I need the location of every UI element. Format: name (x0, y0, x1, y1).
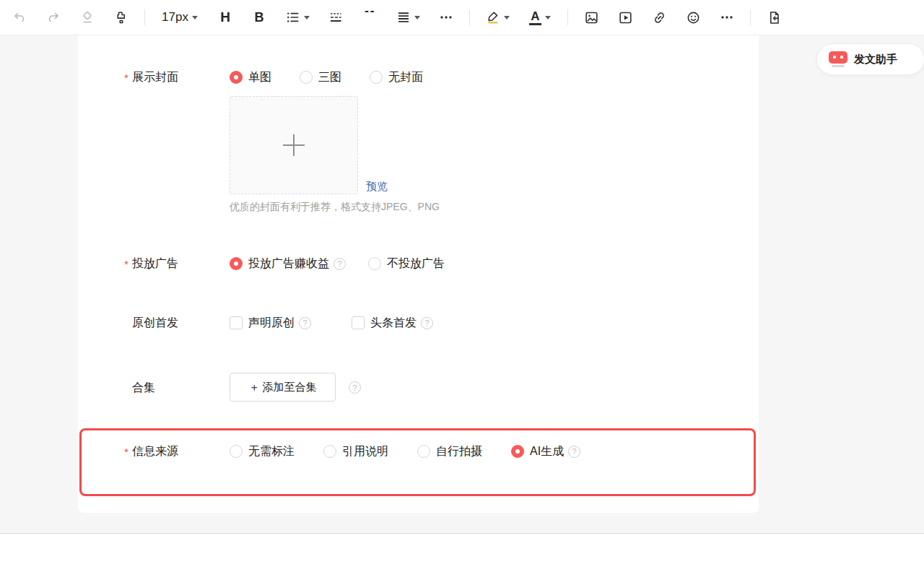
ad-option-earn[interactable]: 投放广告赚收益 ? (230, 256, 346, 271)
insert-image-button[interactable] (580, 6, 602, 28)
source-options: 无需标注 引用说明 自行拍摄 AI生成 ? (230, 444, 580, 459)
help-icon[interactable]: ? (349, 381, 361, 394)
source-option-none[interactable]: 无需标注 (230, 444, 295, 459)
source-option-self-shot[interactable]: 自行拍摄 (417, 444, 482, 459)
import-document-button[interactable] (763, 6, 785, 28)
redo-icon (46, 10, 61, 25)
ad-option-no-ad[interactable]: 不投放广告 (368, 256, 445, 271)
ad-label: 投放广告 (132, 256, 178, 271)
radio-icon[interactable] (417, 445, 430, 458)
bullet-list-icon (286, 10, 300, 25)
help-icon[interactable]: ? (568, 446, 580, 458)
cover-option-triple[interactable]: 三图 (300, 70, 341, 84)
cover-upload-box[interactable] (230, 96, 358, 194)
original-row: 原创首发 声明原创 ? 头条首发 ? (78, 316, 759, 330)
source-option-citation[interactable]: 引用说明 (323, 444, 388, 459)
radio-selected-icon[interactable] (511, 445, 524, 458)
emoji-icon (686, 10, 701, 25)
font-size-value: 17px (162, 6, 188, 28)
toolbar-divider (567, 9, 568, 25)
original-label: 原创首发 (132, 316, 178, 330)
align-dropdown[interactable] (393, 6, 423, 28)
chevron-down-icon (504, 16, 510, 20)
more-format-button[interactable] (435, 6, 457, 28)
cover-preview-link[interactable]: 预览 (366, 180, 388, 194)
source-option-label[interactable]: AI生成 (530, 444, 564, 459)
help-icon[interactable]: ? (299, 317, 311, 329)
bold-button[interactable]: B (248, 6, 270, 28)
radio-icon[interactable] (323, 445, 336, 458)
list-dropdown[interactable] (282, 6, 313, 28)
chevron-down-icon (192, 16, 198, 20)
cover-label: 展示封面 (132, 70, 178, 84)
heading-icon: H (220, 6, 230, 28)
video-icon (618, 10, 633, 25)
source-option-ai-generated[interactable]: AI生成 ? (511, 444, 580, 459)
redo-button[interactable] (43, 6, 64, 28)
source-highlight-border (79, 428, 756, 496)
radio-selected-icon[interactable] (230, 257, 243, 270)
undo-button[interactable] (9, 6, 30, 28)
insert-link-button[interactable] (648, 6, 670, 28)
toolbar-divider (750, 9, 751, 25)
insert-video-button[interactable] (614, 6, 636, 28)
more-insert-button[interactable] (716, 6, 738, 28)
ad-option-label[interactable]: 投放广告赚收益 (248, 256, 329, 271)
radio-icon[interactable] (230, 445, 243, 458)
highlighter-icon (486, 10, 500, 25)
checkbox-icon[interactable] (230, 316, 243, 329)
original-option-first[interactable]: 头条首发 ? (352, 316, 433, 330)
source-row: * 信息来源 无需标注 引用说明 自行拍摄 AI生成 ? (78, 444, 759, 459)
ellipsis-icon (439, 10, 453, 25)
add-to-collection-button[interactable]: ＋ 添加至合集 (230, 373, 336, 402)
clear-format-button[interactable] (77, 6, 98, 28)
ad-option-label[interactable]: 不投放广告 (387, 256, 445, 271)
original-option-label[interactable]: 声明原创 (248, 316, 295, 330)
publish-assistant-button[interactable]: 发文助手 (816, 43, 924, 75)
quote-icon: “ (363, 11, 376, 24)
ellipsis-icon (720, 10, 734, 25)
bold-icon: B (255, 6, 264, 28)
blockquote-button[interactable]: “ (359, 6, 380, 28)
checkbox-icon[interactable] (352, 316, 365, 329)
font-size-dropdown[interactable]: 17px (157, 6, 202, 28)
radio-icon[interactable] (370, 71, 383, 84)
cover-option-label[interactable]: 单图 (248, 70, 271, 84)
toolbar-divider (469, 9, 470, 25)
collection-label: 合集 (132, 381, 155, 395)
cover-option-label[interactable]: 三图 (318, 70, 341, 84)
highlight-color-dropdown[interactable] (482, 6, 513, 28)
cover-option-none[interactable]: 无封面 (370, 70, 423, 84)
image-icon (584, 10, 599, 25)
help-icon[interactable]: ? (421, 317, 433, 329)
insert-emoji-button[interactable] (682, 6, 704, 28)
import-document-icon (767, 10, 782, 25)
source-option-label[interactable]: 自行拍摄 (436, 444, 482, 459)
cover-option-label[interactable]: 无封面 (388, 70, 423, 84)
heading-button[interactable]: H (214, 6, 236, 28)
cover-option-single[interactable]: 单图 (230, 70, 271, 84)
robot-icon (829, 51, 847, 67)
eraser-icon (80, 10, 95, 25)
divider-line-icon (328, 10, 343, 25)
undo-icon (12, 10, 27, 25)
cover-hint: 优质的封面有利于推荐，格式支持JPEG、PNG (230, 201, 440, 214)
ad-options: 投放广告赚收益 ? 不投放广告 (230, 256, 445, 271)
source-option-label[interactable]: 无需标注 (248, 444, 295, 459)
collection-row: 合集 (78, 381, 759, 395)
horizontal-rule-button[interactable] (325, 6, 346, 28)
radio-icon[interactable] (300, 71, 313, 84)
text-color-dropdown[interactable]: A (525, 6, 555, 28)
toolbar-divider (144, 9, 145, 25)
radio-selected-icon[interactable] (230, 71, 243, 84)
radio-icon[interactable] (368, 257, 381, 270)
link-icon (652, 10, 667, 25)
required-asterisk: * (124, 72, 128, 84)
text-color-icon: A (529, 10, 541, 25)
publish-settings-panel: * 展示封面 单图 三图 无封面 预览 优质的封面有利于推荐，格式支持JPEG、… (78, 35, 759, 513)
original-option-label[interactable]: 头条首发 (370, 316, 417, 330)
original-option-declare[interactable]: 声明原创 ? (230, 316, 311, 330)
source-option-label[interactable]: 引用说明 (342, 444, 388, 459)
format-brush-button[interactable] (110, 6, 132, 28)
help-icon[interactable]: ? (334, 258, 346, 270)
